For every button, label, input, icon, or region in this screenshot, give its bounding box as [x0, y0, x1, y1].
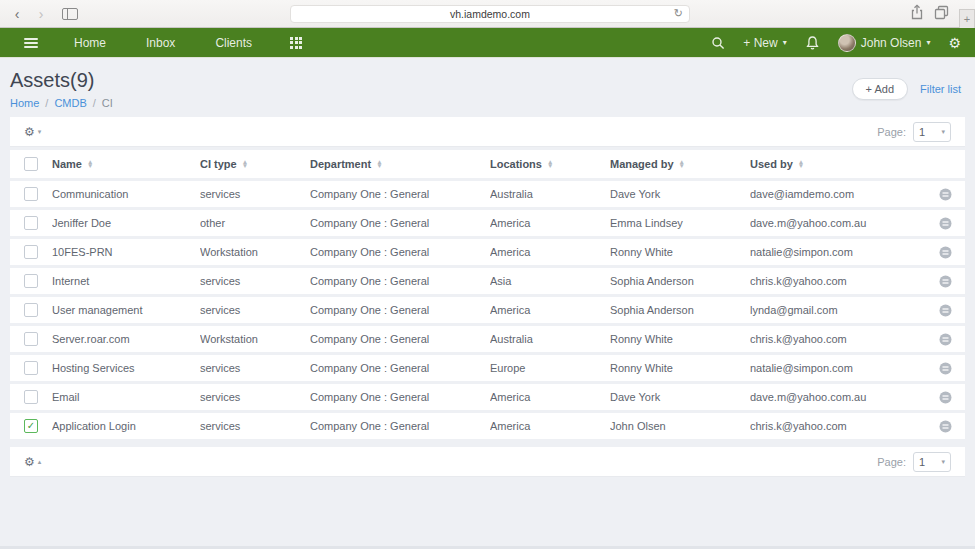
row-menu-icon[interactable] [939, 420, 952, 433]
row-checkbox[interactable] [24, 332, 38, 346]
row-menu-icon[interactable] [939, 275, 952, 288]
cell-managed-by: Ronny White [610, 246, 750, 258]
row-menu-icon[interactable] [939, 304, 952, 317]
settings-gear-icon[interactable]: ⚙ [948, 36, 961, 50]
row-checkbox[interactable] [24, 187, 38, 201]
chevron-down-icon: ▾ [38, 128, 42, 136]
row-checkbox[interactable] [24, 245, 38, 259]
row-menu-icon[interactable] [939, 217, 952, 230]
sort-icon[interactable]: ▲▼ [679, 160, 685, 168]
row-checkbox[interactable] [24, 361, 38, 375]
cell-location: America [490, 304, 610, 316]
cell-name: Internet [52, 275, 200, 287]
page-header: Assets(9) Home / CMDB / CI + Add Filter … [0, 58, 975, 117]
cell-name: Server.roar.com [52, 333, 200, 345]
nav-item-clients[interactable]: Clients [199, 36, 268, 50]
browser-reload-icon[interactable]: ↻ [674, 7, 683, 20]
table-row[interactable]: Internet services Company One : General … [10, 268, 965, 294]
row-menu-icon[interactable] [939, 246, 952, 259]
breadcrumb-home[interactable]: Home [10, 97, 39, 109]
breadcrumb-ci: CI [102, 97, 113, 109]
apps-grid-icon[interactable] [290, 37, 302, 49]
sort-icon[interactable]: ▲▼ [798, 160, 804, 168]
table-row[interactable]: Server.roar.com Workstation Company One … [10, 326, 965, 352]
column-header[interactable]: Used by ▲▼ [750, 158, 925, 170]
filter-list-link[interactable]: Filter list [920, 83, 961, 95]
table-row[interactable]: Communication services Company One : Gen… [10, 181, 965, 207]
cell-ci-type: services [200, 275, 310, 287]
sort-icon[interactable]: ▲▼ [376, 160, 382, 168]
sort-icon[interactable]: ▲▼ [547, 160, 553, 168]
nav-item-inbox[interactable]: Inbox [130, 36, 191, 50]
table-row[interactable]: User management services Company One : G… [10, 297, 965, 323]
cell-location: Australia [490, 333, 610, 345]
table-row[interactable]: ✓ Application Login services Company One… [10, 413, 965, 439]
user-menu[interactable]: John Olsen ▾ [838, 34, 931, 52]
cell-name: Jeniffer Doe [52, 217, 200, 229]
notifications-bell-icon[interactable] [805, 35, 820, 51]
browser-address-bar[interactable]: vh.iamdemo.com ↻ [290, 5, 690, 23]
browser-tabs-icon[interactable] [934, 5, 949, 24]
column-header[interactable]: Locations ▲▼ [490, 158, 610, 170]
new-button-label: + New [743, 36, 777, 50]
search-icon[interactable] [711, 36, 725, 50]
breadcrumb-cmdb[interactable]: CMDB [54, 97, 86, 109]
cell-ci-type: services [200, 188, 310, 200]
sort-icon[interactable]: ▲▼ [87, 160, 93, 168]
cell-name: 10FES-PRN [52, 246, 200, 258]
menu-icon[interactable] [24, 38, 38, 48]
sort-icon[interactable]: ▲▼ [242, 160, 248, 168]
cell-location: Europe [490, 362, 610, 374]
column-header[interactable]: CI type ▲▼ [200, 158, 310, 170]
cell-location: America [490, 420, 610, 432]
cell-ci-type: services [200, 420, 310, 432]
nav-item-home[interactable]: Home [58, 36, 122, 50]
row-checkbox[interactable] [24, 303, 38, 317]
table-row[interactable]: 10FES-PRN Workstation Company One : Gene… [10, 239, 965, 265]
table-row[interactable]: Hosting Services services Company One : … [10, 355, 965, 381]
column-header-label: CI type [200, 158, 237, 170]
row-menu-icon[interactable] [939, 391, 952, 404]
cell-department: Company One : General [310, 304, 490, 316]
table-body: Communication services Company One : Gen… [10, 181, 965, 439]
breadcrumb-separator: / [45, 97, 48, 109]
browser-forward-button[interactable]: › [30, 5, 52, 23]
column-header-label: Locations [490, 158, 542, 170]
table-settings-dropdown[interactable]: ⚙ ▾ [24, 125, 41, 139]
column-header[interactable]: Name ▲▼ [52, 158, 200, 170]
cell-used-by: dave.m@yahoo.com.au [750, 217, 925, 229]
browser-sidebar-icon[interactable] [62, 8, 78, 20]
table-row[interactable]: Jeniffer Doe other Company One : General… [10, 210, 965, 236]
cell-used-by: chris.k@yahoo.com [750, 420, 925, 432]
browser-new-tab-button[interactable]: + [959, 9, 975, 28]
row-checkbox[interactable]: ✓ [24, 419, 38, 433]
breadcrumb: Home / CMDB / CI [10, 97, 965, 109]
table-settings-dropdown[interactable]: ⚙ ▴ [24, 455, 41, 469]
column-header[interactable]: Department ▲▼ [310, 158, 490, 170]
page-selector[interactable]: 1 ▾ [913, 122, 951, 142]
gear-icon: ⚙ [24, 125, 35, 139]
page-selector[interactable]: 1 ▾ [913, 452, 951, 472]
cell-name: Communication [52, 188, 200, 200]
select-all-checkbox[interactable] [24, 157, 38, 171]
cell-used-by: dave@iamdemo.com [750, 188, 925, 200]
browser-back-button[interactable]: ‹ [6, 5, 28, 23]
table-toolbar-bottom: ⚙ ▴ Page: 1 ▾ [10, 447, 965, 477]
cell-used-by: natalie@simpon.com [750, 246, 925, 258]
new-button[interactable]: + New ▾ [743, 36, 786, 50]
browser-share-icon[interactable] [910, 4, 924, 24]
row-checkbox[interactable] [24, 274, 38, 288]
column-header[interactable]: Managed by ▲▼ [610, 158, 750, 170]
row-menu-icon[interactable] [939, 188, 952, 201]
page-label: Page: [877, 456, 906, 468]
row-menu-icon[interactable] [939, 362, 952, 375]
row-menu-icon[interactable] [939, 333, 952, 346]
row-checkbox[interactable] [24, 216, 38, 230]
add-button[interactable]: + Add [852, 78, 908, 100]
row-checkbox[interactable] [24, 390, 38, 404]
cell-managed-by: Ronny White [610, 333, 750, 345]
cell-department: Company One : General [310, 275, 490, 287]
table-row[interactable]: Email services Company One : General Ame… [10, 384, 965, 410]
browser-chrome: ‹ › vh.iamdemo.com ↻ + [0, 0, 975, 28]
cell-location: Asia [490, 275, 610, 287]
